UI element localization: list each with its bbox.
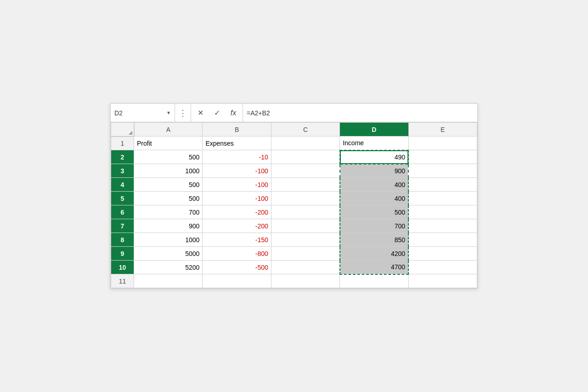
row-header-4[interactable]: 4 (111, 178, 134, 192)
cell-D4[interactable]: 400 (340, 178, 408, 192)
cell-E4[interactable] (408, 178, 477, 192)
cell-D3[interactable]: 900 (340, 164, 408, 178)
row-header-1[interactable]: 1 (111, 136, 134, 150)
cell-B4[interactable]: -100 (203, 178, 271, 192)
row-header-9[interactable]: 9 (111, 247, 134, 261)
cell-C7[interactable] (271, 219, 339, 233)
cell-E9[interactable] (408, 247, 477, 261)
confirm-button[interactable]: ✓ (209, 106, 224, 120)
cell-C9[interactable] (271, 247, 339, 261)
row-header-8[interactable]: 8 (111, 233, 134, 247)
cell-B6[interactable]: -200 (203, 205, 271, 219)
cell-E8[interactable] (408, 233, 477, 247)
cell-E2[interactable] (408, 150, 477, 164)
cell-E1[interactable] (408, 136, 477, 150)
row-header-6[interactable]: 6 (111, 205, 134, 219)
row-header-7[interactable]: 7 (111, 219, 134, 233)
cell-D9[interactable]: 4200 (340, 247, 408, 261)
cell-B2[interactable]: -10 (203, 150, 271, 164)
cell-B3[interactable]: -100 (203, 164, 271, 178)
cell-B7[interactable]: -200 (203, 219, 271, 233)
cell-C4[interactable] (271, 178, 339, 192)
cancel-button[interactable]: ✕ (193, 106, 208, 120)
cell-B10[interactable]: -500 (203, 261, 271, 274)
cell-C6[interactable] (271, 205, 339, 219)
cell-B1[interactable]: Expenses (203, 136, 271, 150)
cell-A9[interactable]: 5000 (134, 247, 203, 261)
cell-A10[interactable]: 5200 (134, 261, 203, 274)
cell-A5[interactable]: 500 (134, 192, 203, 205)
formula-bar-controls: ✕ ✓ fx (191, 104, 243, 122)
cell-D2[interactable]: 490 (340, 150, 408, 164)
select-all-button[interactable] (111, 123, 134, 136)
row-header-5[interactable]: 5 (111, 192, 134, 205)
col-header-a[interactable]: A (134, 123, 203, 136)
cell-C10[interactable] (271, 261, 339, 274)
cell-D8[interactable]: 850 (340, 233, 408, 247)
cell-E3[interactable] (408, 164, 477, 178)
cell-A8[interactable]: 1000 (134, 233, 203, 247)
cell-B8[interactable]: -150 (203, 233, 271, 247)
cell-D10[interactable]: 4700 (340, 261, 408, 274)
row-header-11[interactable]: 11 (111, 274, 134, 288)
spreadsheet-table: A B C D E 1ProfitExpensesIncome2500-1049… (111, 122, 477, 288)
cell-E7[interactable] (408, 219, 477, 233)
cell-A4[interactable]: 500 (134, 178, 203, 192)
col-header-d[interactable]: D (340, 123, 408, 136)
cell-C11[interactable] (271, 274, 339, 288)
cell-D5[interactable]: 400 (340, 192, 408, 205)
cell-E10[interactable] (408, 261, 477, 274)
cell-C2[interactable] (271, 150, 339, 164)
cell-A11[interactable] (134, 274, 203, 288)
col-header-b[interactable]: B (203, 123, 271, 136)
spreadsheet: D2 ▼ ⋮ ✕ ✓ fx =A2+B2 A B (110, 103, 478, 289)
cell-C8[interactable] (271, 233, 339, 247)
cell-B5[interactable]: -100 (203, 192, 271, 205)
cell-E6[interactable] (408, 205, 477, 219)
name-box[interactable]: D2 ▼ (111, 104, 175, 122)
grid-area: A B C D E 1ProfitExpensesIncome2500-1049… (111, 122, 477, 288)
formula-bar: D2 ▼ ⋮ ✕ ✓ fx =A2+B2 (111, 104, 477, 122)
cell-D7[interactable]: 700 (340, 219, 408, 233)
cell-A3[interactable]: 1000 (134, 164, 203, 178)
name-box-dropdown-icon[interactable]: ▼ (166, 110, 171, 115)
cell-C1[interactable] (271, 136, 339, 150)
cell-A2[interactable]: 500 (134, 150, 203, 164)
cell-B9[interactable]: -800 (203, 247, 271, 261)
cell-A6[interactable]: 700 (134, 205, 203, 219)
cell-B11[interactable] (203, 274, 271, 288)
cell-A1[interactable]: Profit (134, 136, 203, 150)
formula-input[interactable]: =A2+B2 (243, 104, 477, 122)
row-header-3[interactable]: 3 (111, 164, 134, 178)
cell-C5[interactable] (271, 192, 339, 205)
cell-D6[interactable]: 500 (340, 205, 408, 219)
cell-A7[interactable]: 900 (134, 219, 203, 233)
name-box-value: D2 (114, 109, 163, 117)
cell-C3[interactable] (271, 164, 339, 178)
col-header-e[interactable]: E (408, 123, 477, 136)
formula-bar-menu-icon[interactable]: ⋮ (175, 104, 191, 122)
cell-E5[interactable] (408, 192, 477, 205)
cell-D1[interactable]: Income (340, 136, 408, 150)
cell-D11[interactable] (340, 274, 408, 288)
cell-E11[interactable] (408, 274, 477, 288)
fx-button[interactable]: fx (226, 106, 241, 120)
col-header-c[interactable]: C (271, 123, 339, 136)
row-header-10[interactable]: 10 (111, 261, 134, 274)
row-header-2[interactable]: 2 (111, 150, 134, 164)
